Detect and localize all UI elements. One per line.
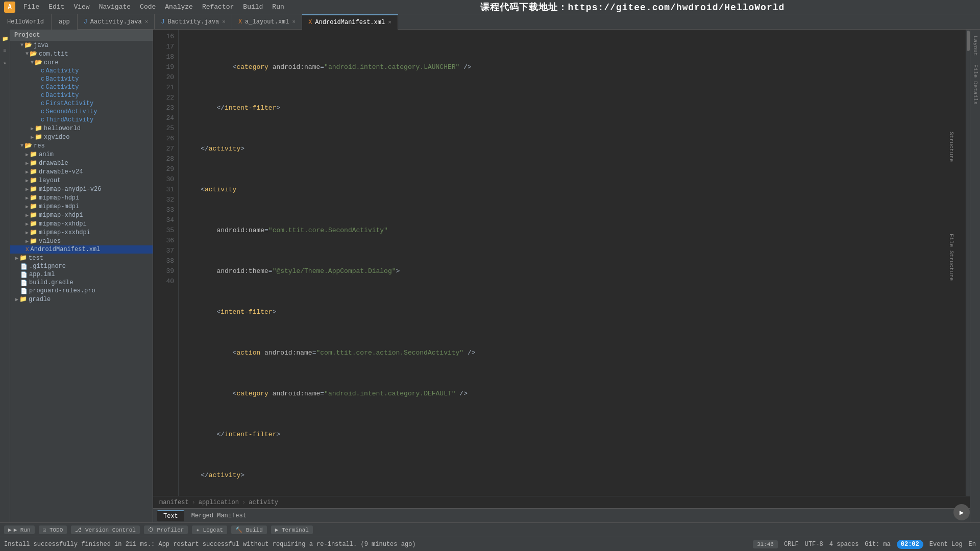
tree-item-label: Dactivity: [46, 92, 79, 99]
tree-aactivity[interactable]: C Aactivity: [10, 67, 153, 75]
menu-code[interactable]: Code: [136, 2, 160, 12]
code-content[interactable]: <category android:name="android.intent.c…: [179, 30, 966, 496]
menu-analyze[interactable]: Analyze: [161, 2, 197, 12]
tree-layout[interactable]: ▶ 📁 layout: [10, 176, 153, 185]
file-icon: 📄: [20, 280, 28, 286]
tab-merged-manifest[interactable]: Merged Manifest: [185, 511, 253, 521]
profiler-button[interactable]: ⏱ Profiler: [144, 525, 188, 534]
breadcrumb-application[interactable]: application: [199, 499, 239, 506]
tree-thirdactivity[interactable]: C ThirdActivity: [10, 116, 153, 124]
folder-icon: 📁: [30, 211, 37, 219]
menu-build[interactable]: Build: [239, 2, 267, 12]
tab-a-layout[interactable]: X a_layout.xml ×: [232, 14, 302, 30]
tree-mipmap-mdpi[interactable]: ▶ 📁 mipmap-mdpi: [10, 202, 153, 211]
close-icon[interactable]: ×: [292, 19, 296, 25]
git-status[interactable]: Git: ma: [865, 541, 890, 548]
tree-build-gradle[interactable]: 📄 build.gradle: [10, 279, 153, 287]
menu-refactor[interactable]: Refactor: [198, 2, 238, 12]
breadcrumb-manifest[interactable]: manifest: [159, 499, 189, 506]
tree-anim[interactable]: ▶ 📁 anim: [10, 150, 153, 159]
expand-icon: ▶: [26, 195, 29, 201]
tree-cactivity[interactable]: C Cactivity: [10, 83, 153, 91]
encoding[interactable]: UTF-8: [805, 541, 823, 548]
scroll-indicator[interactable]: [966, 30, 970, 496]
watermark-banner: 课程代码下载地址：https://gitee.com/hwdroid/Hello…: [289, 1, 976, 13]
tree-drawable-v24[interactable]: ▶ 📁 drawable-v24: [10, 167, 153, 176]
project-selector[interactable]: HelloWorld: [0, 14, 52, 30]
tree-mipmap-hdpi[interactable]: ▶ 📁 mipmap-hdpi: [10, 193, 153, 202]
tree-item-label: app.iml: [29, 271, 55, 278]
tab-aactivity[interactable]: J Aactivity.java ×: [78, 14, 155, 30]
language-indicator[interactable]: En: [969, 541, 976, 548]
tree-bactivity[interactable]: C Bactivity: [10, 75, 153, 83]
tree-core[interactable]: ▼ 📂 core: [10, 58, 153, 67]
version-control-button[interactable]: ⎇ Version Control: [71, 525, 140, 534]
file-icon: 📄: [20, 288, 28, 294]
tree-secondactivity[interactable]: C SecondActivity: [10, 108, 153, 116]
tree-androidmanifest[interactable]: X AndroidManifest.xml: [10, 245, 153, 254]
tree-mipmap-xhdpi[interactable]: ▶ 📁 mipmap-xhdpi: [10, 211, 153, 219]
tree-gitignore[interactable]: 📄 .gitignore: [10, 262, 153, 270]
tree-app-iml[interactable]: 📄 app.iml: [10, 270, 153, 279]
menu-file[interactable]: File: [19, 2, 43, 12]
floating-play-button[interactable]: ▶: [953, 504, 970, 520]
tree-mipmap-xxhdpi[interactable]: ▶ 📁 mipmap-xxhdpi: [10, 219, 153, 228]
tab-label: Aactivity.java: [90, 18, 142, 26]
menu-edit[interactable]: Edit: [44, 2, 68, 12]
close-icon[interactable]: ×: [222, 19, 226, 25]
tree-values[interactable]: ▶ 📁 values: [10, 237, 153, 245]
close-icon[interactable]: ×: [388, 19, 391, 26]
structure-panel-label[interactable]: Structure: [948, 132, 954, 162]
tree-proguard[interactable]: 📄 proguard-rules.pro: [10, 287, 153, 295]
tree-item-label: res: [34, 142, 45, 149]
tab-androidmanifest[interactable]: X AndroidManifest.xml ×: [302, 14, 398, 30]
project-icon[interactable]: 📁: [1, 35, 9, 43]
scroll-thumb: [967, 31, 970, 51]
tab-bactivity[interactable]: J Bactivity.java ×: [155, 14, 232, 30]
tree-helloworld[interactable]: ▶ 📁 helloworld: [10, 124, 153, 133]
xml-icon: X: [308, 19, 312, 26]
code-area[interactable]: 16 17 18 19 20 21 22 23 24 25 26 27 28 2…: [153, 30, 970, 496]
menu-navigate[interactable]: Navigate: [95, 2, 135, 12]
logcat-button[interactable]: ✦ Logcat: [192, 525, 227, 534]
tree-res[interactable]: ▼ 📂 res: [10, 141, 153, 150]
tree-java[interactable]: ▼ 📂 java: [10, 41, 153, 49]
tree-item-label: mipmap-anydpi-v26: [39, 186, 101, 193]
file-details-label[interactable]: File Details: [972, 60, 978, 109]
structure-icon[interactable]: ≡: [2, 47, 7, 55]
cursor-position[interactable]: 31:46: [753, 540, 778, 548]
todo-button[interactable]: ☑ TODO: [39, 525, 67, 534]
file-structure-label[interactable]: File Structure: [948, 234, 954, 281]
tree-mipmap-xxxhdpi[interactable]: ▶ 📁 mipmap-xxxhdpi: [10, 228, 153, 237]
tree-dactivity[interactable]: C Dactivity: [10, 91, 153, 99]
breadcrumb-activity[interactable]: activity: [249, 499, 278, 506]
tree-firstactivity[interactable]: C FirstActivity: [10, 99, 153, 108]
java-file-icon: C: [41, 84, 44, 90]
layout-panel-label[interactable]: Layout: [972, 32, 978, 60]
terminal-button[interactable]: ▶ Terminal: [271, 525, 313, 534]
tab-text[interactable]: Text: [157, 510, 184, 521]
tree-item-label: Aactivity: [46, 67, 79, 74]
tree-comttit[interactable]: ▼ 📂 com.ttit: [10, 49, 153, 58]
run-button[interactable]: ▶ ▶ Run: [4, 525, 35, 534]
expand-icon: ▶: [26, 152, 29, 158]
expand-icon: ▶: [26, 186, 29, 192]
app-selector[interactable]: app: [52, 14, 78, 30]
tree-test[interactable]: ▶ 📁 test: [10, 254, 153, 262]
menu-run[interactable]: Run: [268, 2, 288, 12]
tree-xgvideo[interactable]: ▶ 📁 xgvideo: [10, 133, 153, 141]
event-log[interactable]: Event Log: [929, 541, 963, 548]
indent-info[interactable]: 4 spaces: [829, 541, 859, 548]
line-ending[interactable]: CRLF: [784, 541, 799, 548]
tree-drawable[interactable]: ▶ 📁 drawable: [10, 159, 153, 167]
line-num-22: 22: [153, 93, 174, 103]
favorites-icon[interactable]: ★: [2, 59, 7, 67]
tree-gradle[interactable]: ▶ 📁 gradle: [10, 295, 153, 304]
tree-mipmap-anydpi[interactable]: ▶ 📁 mipmap-anydpi-v26: [10, 185, 153, 193]
menu-view[interactable]: View: [69, 2, 93, 12]
build-button[interactable]: 🔨 Build: [231, 525, 267, 534]
folder-icon: 📁: [35, 124, 42, 132]
close-icon[interactable]: ×: [145, 19, 149, 25]
folder-icon: 📁: [30, 168, 37, 176]
file-icon: 📄: [20, 271, 28, 278]
